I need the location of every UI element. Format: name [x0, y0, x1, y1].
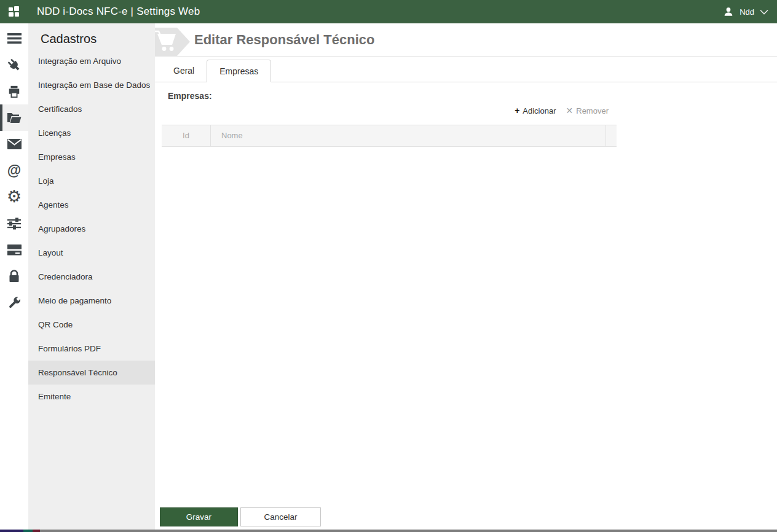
sidebar-item-formularios-pdf[interactable]: Formulários PDF: [28, 337, 155, 361]
sidebar-item-certificados[interactable]: Certificados: [28, 97, 155, 121]
user-icon: [723, 6, 734, 17]
lock-icon[interactable]: [0, 263, 28, 289]
grid-toolbar: + Adicionar ✕ Remover: [162, 105, 617, 116]
sidebar-item-agrupadores[interactable]: Agrupadores: [28, 217, 155, 241]
sidebar-item-loja[interactable]: Loja: [28, 169, 155, 193]
gear-icon[interactable]: ⚙: [0, 184, 28, 210]
empresas-label: Empresas:: [168, 91, 777, 101]
column-header-id[interactable]: Id: [162, 125, 211, 146]
tab-strip: Geral Empresas: [155, 60, 777, 82]
tab-empresas[interactable]: Empresas: [207, 60, 271, 82]
remove-button[interactable]: ✕ Remover: [566, 106, 609, 115]
user-name: Ndd: [740, 7, 754, 17]
wrench-icon[interactable]: [0, 289, 28, 316]
topbar: NDD i-Docs NFC-e | Settings Web Ndd: [0, 0, 777, 23]
sidebar-item-qr-code[interactable]: QR Code: [28, 313, 155, 337]
plug-icon[interactable]: [0, 52, 28, 78]
sidebar-item-integracao-arquivo[interactable]: Integração em Arquivo: [28, 49, 155, 73]
sidebar-item-responsavel-tecnico[interactable]: Responsável Técnico: [28, 361, 155, 385]
sidebar-cadastros: Cadastros Integração em Arquivo Integraç…: [28, 23, 155, 532]
user-menu[interactable]: Ndd: [723, 6, 768, 17]
sliders-icon[interactable]: [0, 210, 28, 237]
app-logo-icon[interactable]: [6, 4, 22, 19]
save-button[interactable]: Gravar: [160, 507, 238, 526]
icon-rail: @ ⚙: [0, 23, 28, 532]
server-icon[interactable]: [0, 237, 28, 263]
main-content: Editar Responsável Técnico Geral Empresa…: [155, 23, 777, 532]
taskbar-segment: [33, 530, 40, 532]
taskbar-edge: [0, 530, 777, 532]
folder-open-icon[interactable]: [0, 104, 28, 131]
cart-watermark-icon: [155, 26, 191, 57]
page-title: Editar Responsável Técnico: [194, 32, 374, 48]
tab-content: Empresas: + Adicionar ✕ Remover Id Nome: [155, 91, 777, 147]
sidebar-item-empresas[interactable]: Empresas: [28, 145, 155, 169]
x-icon: ✕: [566, 106, 574, 115]
taskbar-segment: [23, 530, 33, 532]
plus-icon: +: [515, 106, 519, 115]
tab-geral[interactable]: Geral: [161, 60, 207, 82]
sidebar-item-licencas[interactable]: Licenças: [28, 121, 155, 145]
footer-actions: Gravar Cancelar: [160, 507, 321, 526]
taskbar-segment: [0, 530, 23, 532]
page-header: Editar Responsável Técnico: [155, 23, 777, 57]
chevron-down-icon: [760, 9, 768, 15]
app-window: NDD i-Docs NFC-e | Settings Web Ndd: [0, 0, 777, 532]
add-button[interactable]: + Adicionar: [515, 106, 556, 115]
envelope-icon[interactable]: [0, 131, 28, 157]
at-sign-icon[interactable]: @: [0, 157, 28, 184]
printer-icon[interactable]: [0, 78, 28, 104]
remove-button-label: Remover: [576, 106, 609, 115]
app-body: @ ⚙: [0, 23, 777, 532]
grid-header-row: Id Nome: [162, 125, 617, 147]
column-header-nome[interactable]: Nome: [211, 125, 605, 146]
sidebar-item-meio-de-pagamento[interactable]: Meio de pagamento: [28, 289, 155, 313]
cancel-button[interactable]: Cancelar: [240, 507, 321, 526]
sidebar-item-integracao-base-dados[interactable]: Integração em Base de Dados: [28, 73, 155, 97]
app-title: NDD i-Docs NFC-e | Settings Web: [37, 6, 200, 18]
sidebar-title: Cadastros: [28, 32, 155, 46]
add-button-label: Adicionar: [523, 106, 556, 115]
grid-header-spacer: [605, 125, 617, 146]
sidebar-item-credenciadora[interactable]: Credenciadora: [28, 265, 155, 289]
empresas-grid: Id Nome: [162, 125, 617, 147]
sidebar-item-layout[interactable]: Layout: [28, 241, 155, 265]
sidebar-item-agentes[interactable]: Agentes: [28, 193, 155, 217]
sidebar-item-emitente[interactable]: Emitente: [28, 385, 155, 409]
sidebar-list: Integração em Arquivo Integração em Base…: [28, 49, 155, 409]
menu-icon[interactable]: [0, 25, 28, 52]
